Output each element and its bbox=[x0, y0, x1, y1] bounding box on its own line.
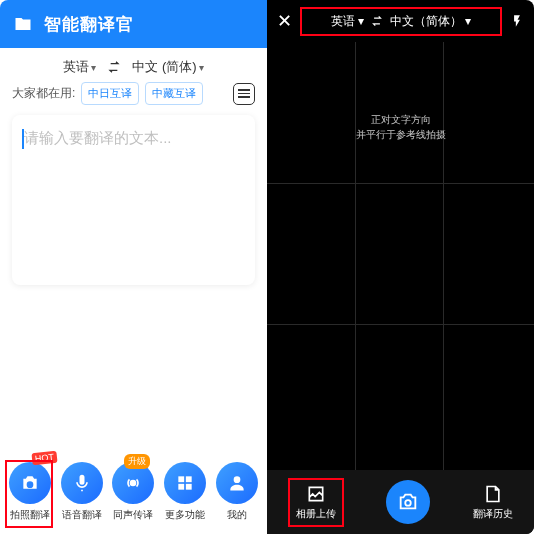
flash-icon[interactable] bbox=[510, 14, 524, 28]
svg-point-5 bbox=[406, 500, 412, 506]
shutter-button[interactable] bbox=[386, 480, 430, 524]
highlight-box-language: 英语 ▾ 中文（简体） ▾ bbox=[300, 7, 502, 36]
hot-badge: HOT bbox=[31, 451, 57, 466]
svg-rect-3 bbox=[186, 484, 192, 490]
nav-photo-translate[interactable]: HOT 拍照翻译 bbox=[9, 462, 51, 522]
history-icon bbox=[483, 484, 503, 504]
broadcast-icon bbox=[123, 473, 143, 493]
image-icon bbox=[306, 484, 326, 504]
app-header: 智能翻译官 bbox=[0, 0, 267, 48]
album-upload-button[interactable]: 相册上传 bbox=[288, 478, 344, 527]
text-input-card[interactable]: 请输入要翻译的文本... bbox=[12, 115, 255, 285]
swap-icon[interactable] bbox=[370, 14, 384, 28]
chip-cn-tibetan[interactable]: 中藏互译 bbox=[145, 82, 203, 105]
source-language[interactable]: 英语▾ bbox=[63, 58, 96, 76]
bottom-nav: HOT 拍照翻译 语音翻译 升级 同声传译 更多功能 我的 bbox=[0, 462, 267, 534]
nav-voice-translate[interactable]: 语音翻译 bbox=[61, 462, 103, 522]
grid-icon bbox=[175, 473, 195, 493]
camera-top-bar: ✕ 英语 ▾ 中文（简体） ▾ bbox=[267, 0, 534, 42]
popular-label: 大家都在用: bbox=[12, 85, 75, 102]
nav-more[interactable]: 更多功能 bbox=[164, 462, 206, 522]
chip-cn-jp[interactable]: 中日互译 bbox=[81, 82, 139, 105]
translate-history-button[interactable]: 翻译历史 bbox=[473, 484, 513, 521]
camera-viewfinder: 正对文字方向 并平行于参考线拍摄 bbox=[267, 42, 534, 470]
app-title: 智能翻译官 bbox=[44, 13, 134, 36]
nav-mine[interactable]: 我的 bbox=[216, 462, 258, 522]
cam-target-lang[interactable]: 中文（简体） ▾ bbox=[390, 13, 471, 30]
camera-translate-pane: ✕ 英语 ▾ 中文（简体） ▾ 正对文字方向 并平行于参考线拍摄 相册上传 翻译… bbox=[267, 0, 534, 534]
svg-rect-2 bbox=[179, 484, 185, 490]
input-placeholder: 请输入要翻译的文本... bbox=[24, 129, 243, 148]
target-language[interactable]: 中文 (简体)▾ bbox=[132, 58, 203, 76]
person-icon bbox=[227, 473, 247, 493]
close-icon[interactable]: ✕ bbox=[277, 10, 292, 32]
popular-row: 大家都在用: 中日互译 中藏互译 bbox=[0, 82, 267, 115]
camera-icon bbox=[20, 473, 40, 493]
nav-simultaneous[interactable]: 升级 同声传译 bbox=[112, 462, 154, 522]
camera-icon bbox=[397, 491, 419, 513]
swap-icon[interactable] bbox=[106, 59, 122, 75]
svg-point-4 bbox=[234, 476, 241, 483]
translator-home-pane: 智能翻译官 英语▾ 中文 (简体)▾ 大家都在用: 中日互译 中藏互译 请输入要… bbox=[0, 0, 267, 534]
menu-icon[interactable] bbox=[233, 83, 255, 105]
upgrade-badge: 升级 bbox=[124, 454, 150, 469]
camera-hint: 正对文字方向 并平行于参考线拍摄 bbox=[267, 112, 534, 142]
cam-source-lang[interactable]: 英语 ▾ bbox=[331, 13, 364, 30]
folder-icon bbox=[12, 15, 34, 33]
camera-bottom-bar: 相册上传 翻译历史 bbox=[267, 470, 534, 534]
language-selector: 英语▾ 中文 (简体)▾ bbox=[0, 48, 267, 82]
svg-rect-0 bbox=[179, 476, 185, 482]
mic-icon bbox=[72, 473, 92, 493]
svg-rect-1 bbox=[186, 476, 192, 482]
